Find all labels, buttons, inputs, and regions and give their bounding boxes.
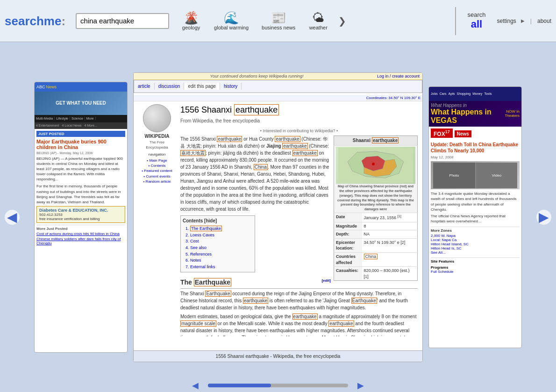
info-epicenter-label: Epicenter location: (334, 238, 362, 252)
coords-bar: Coordinates: 34.50° N 109.30° E (134, 95, 422, 101)
ad-label: free insurance verification and billing (39, 217, 122, 221)
earthquake-hl9: earthquake (292, 314, 318, 320)
left-header-text: GET WHAT YOU NEED (56, 100, 106, 106)
earthquake-hl6: Earthquake (205, 291, 231, 297)
wiki-nav-random[interactable]: • Random article (138, 179, 176, 184)
wiki-tab-bar: article discussion edit this page histor… (134, 80, 422, 93)
info-depth-label: Depth: (334, 230, 362, 239)
left-nav-science[interactable]: Science (70, 117, 85, 120)
toc-item-1[interactable]: The Earthquake (190, 226, 253, 232)
info-epicenter-value: 34.50° N 109.30° e [2] (362, 238, 418, 252)
earthquake-hl2: earthquake (275, 136, 300, 142)
left-text2: For the first time in memory, thousands … (36, 184, 125, 205)
nav-more-button[interactable]: ❯ (335, 15, 350, 27)
wiki-toc: Contents [hide] The Earthquake Loess Cav… (180, 215, 255, 272)
tab-global-warming[interactable]: 🌊 global warming (207, 9, 255, 33)
fox-text2: The official China News Agency reported … (431, 214, 520, 224)
wiki-bottom-title: 1556 Shaanxi earthquake - Wikipedia, the… (216, 354, 341, 359)
bottom-next-button[interactable]: ▶ (357, 380, 364, 391)
settings-link[interactable]: settings (497, 18, 516, 24)
wiki-nav-current[interactable]: • Current events (138, 174, 176, 179)
login-link[interactable]: Log in / create account (377, 74, 420, 78)
left-link1[interactable]: Cost of actions during crisis hits 90 bi… (36, 232, 125, 236)
more-just-posted: More Just Posted Cost of actions during … (36, 225, 125, 245)
tab-weather[interactable]: 🌤 weather (302, 9, 335, 33)
fox-link-local[interactable]: Local: Napa Ca (431, 238, 520, 242)
fox-news-logo: FOX17 (431, 128, 453, 138)
fox-link-see-all[interactable]: See All... (431, 250, 520, 255)
left-nav-more[interactable]: More (85, 117, 96, 120)
geology-icon: 🌋 (184, 12, 199, 24)
svg-text:Photo: Photo (449, 173, 459, 178)
info-magnitude-label: Magnitude (334, 222, 362, 230)
wiki-map-caption: Map of China showing Shanxi province (re… (336, 184, 415, 212)
svg-point-1 (372, 163, 375, 165)
toc-item-2[interactable]: Loess Caves (190, 232, 253, 238)
wiki-nav-contents[interactable]: • Contents (138, 163, 176, 168)
search-all-button[interactable]: search all (461, 9, 492, 33)
svg-text:Video: Video (492, 173, 502, 178)
ad-phone: 502-412-3253 (39, 213, 122, 217)
fox-link-napa[interactable]: 2,000 W. Napa (431, 234, 520, 238)
toc-item-6[interactable]: Notes (190, 257, 253, 264)
info-magnitude-value: 8 (362, 222, 418, 230)
fox-text: The 3.4 magnitude quake Monday devastate… (431, 191, 520, 212)
news-badge: News (455, 130, 471, 137)
fox-headline[interactable]: Update: Death Toll In China Earthquake C… (431, 142, 520, 154)
search-input[interactable]: china earthquake (76, 13, 169, 29)
donation-text: Your continued donations keep Wikipedia … (210, 74, 303, 78)
wiki-tab-history[interactable]: history (220, 83, 242, 90)
toc-item-3[interactable]: Cost (190, 238, 253, 244)
bottom-bar: ◀ ▶ (0, 379, 556, 392)
left-result-card: ABC News GET WHAT YOU NEED Multi-Media L… (34, 82, 128, 353)
logo[interactable]: searchme: (5, 14, 65, 29)
left-headline[interactable]: Major Earthquake buries 900 children in … (36, 139, 125, 150)
toc-list: The Earthquake Loess Caves Cost See also… (183, 226, 253, 270)
wiki-nav-main[interactable]: navigation (138, 152, 176, 157)
earthquake-hl11: earthquake (328, 321, 354, 327)
wiki-bottom-bar: 1556 Shaanxi earthquake - Wikipedia, the… (134, 350, 422, 362)
fox-link-hilton1[interactable]: Hilton Head Island, SC (431, 242, 520, 246)
info-countries-label: Countries affected (334, 253, 362, 267)
wiki-content: WIKIPEDIA The Free Encyclopedia navigati… (134, 101, 422, 336)
left-nav-lifestyle[interactable]: Lifestyle (55, 117, 70, 120)
left-nav-multimedia[interactable]: Multi-Media (35, 117, 55, 120)
business-news-icon: 📰 (271, 12, 286, 24)
wiki-tab-discussion[interactable]: discussion (155, 83, 185, 90)
left-header-image: GET WHAT YOU NEED (35, 92, 127, 115)
left-top-bar: ABC News (35, 82, 127, 92)
tab-business-news[interactable]: 📰 business news (255, 9, 302, 33)
wiki-tagline: The Free Encyclopedia (138, 140, 176, 150)
wiki-nav-featured[interactable]: • Featured content (138, 168, 176, 173)
tab-geology[interactable]: 🌋 geology (175, 9, 207, 33)
section-title-highlight: Earthquake (194, 278, 231, 286)
wiki-map (336, 147, 415, 184)
toc-item-4[interactable]: See also (190, 245, 253, 251)
earthquake-hl5: earthquake (292, 150, 318, 156)
left-link2[interactable]: Chinese military soldiers after dam fail… (36, 237, 125, 245)
wiki-tab-article[interactable]: article (134, 83, 155, 90)
left-ad[interactable]: Diabetes Care & EDUCATION, INC. 502-412-… (36, 206, 125, 223)
programs-schedule[interactable]: Full Schedule (431, 270, 520, 274)
wiki-tab-edit[interactable]: edit this page (184, 83, 220, 90)
fox-link-hilton2[interactable]: Hilton Head Is, SC (431, 246, 520, 250)
progress-fill (208, 384, 271, 387)
wiki-info-table: Shaanxi earthquake (334, 135, 418, 281)
carousel-prev-button[interactable]: ◀ (5, 210, 20, 225)
earthquake-hl3: earthquake (282, 143, 307, 149)
left-subnav: 4 Entertainment 4 Local News 4 More... (35, 122, 127, 129)
wiki-nav-main-link[interactable]: • Main Page (138, 158, 176, 163)
wiki-section-text2: Modern estimates, based on geological da… (180, 313, 418, 336)
about-link[interactable]: about (537, 18, 551, 24)
info-date-value: January 23, 1556 [1] (362, 213, 418, 222)
wiki-section-text: The Shanxi Earthquake occurred during th… (180, 290, 418, 311)
toc-item-7[interactable]: External links (190, 264, 253, 270)
info-date-label: Date (334, 213, 362, 222)
left-nav: Multi-Media Lifestyle Science More (35, 115, 127, 122)
tab-global-warming-label: global warming (214, 25, 249, 30)
tab-business-news-label: business news (262, 25, 295, 30)
toc-item-5[interactable]: References (190, 251, 253, 257)
bottom-prev-button[interactable]: ◀ (192, 380, 199, 391)
wiki-edit-button[interactable]: [edit] (321, 278, 331, 283)
carousel-next-button[interactable]: ▶ (536, 210, 551, 225)
